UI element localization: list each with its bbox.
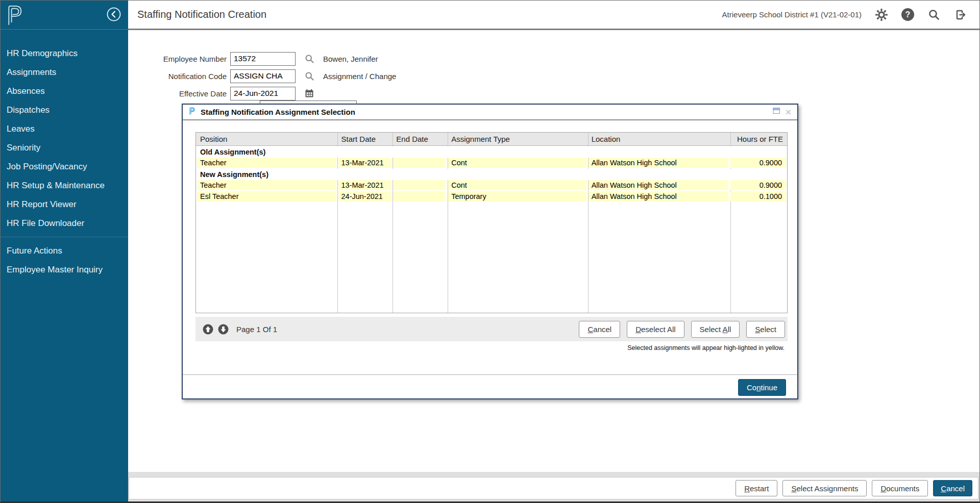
dialog-title: Staffing Notification Assignment Selecti…	[201, 108, 773, 116]
action-bar: Restart Select Assignments Documents Can…	[129, 477, 978, 499]
restart-button[interactable]: Restart	[736, 480, 777, 496]
powerschool-small-logo-icon	[189, 107, 195, 117]
sidebar-item-absences[interactable]: Absences	[1, 82, 128, 100]
pagination-bar: Page 1 Of 1 Cancel Deselect All Select A…	[195, 317, 788, 341]
sidebar-collapse-button[interactable]	[106, 7, 121, 24]
help-icon[interactable]	[901, 8, 914, 21]
sidebar-item-hr-demographics[interactable]: HR Demographics	[1, 44, 128, 63]
search-icon[interactable]	[927, 8, 941, 21]
column-header-assignment-type: Assignment Type	[447, 133, 587, 145]
close-icon[interactable]	[786, 109, 791, 116]
district-label: Atrieveerp School District #1 (V21-02-01…	[722, 10, 862, 19]
table-cell: Esl Teacher	[196, 191, 337, 202]
sidebar-item-future-actions[interactable]: Future Actions	[1, 241, 128, 260]
table-cell: 13-Mar-2021	[337, 158, 393, 168]
maximize-icon[interactable]	[773, 107, 780, 117]
notification-code-label: Notification Code	[128, 72, 230, 81]
table-group-header: New Assignment(s)	[196, 169, 787, 180]
table-cell: Cont	[447, 158, 587, 168]
bottom-region: Restart Select Assignments Documents Can…	[128, 472, 979, 501]
effective-date-label: Effective Date	[128, 89, 230, 98]
table-row[interactable]: Esl Teacher24-Jun-2021TemporaryAllan Wat…	[196, 191, 787, 202]
table-cell	[392, 191, 447, 202]
calendar-icon[interactable]	[304, 88, 314, 98]
assignment-table: Position Start Date End Date Assignment …	[195, 132, 788, 313]
dialog-footer: Continue	[183, 374, 797, 398]
column-header-hours-fte: Hours or FTE	[729, 133, 787, 145]
sidebar-item-employee-master-inquiry[interactable]: Employee Master Inquiry	[1, 260, 128, 279]
select-button[interactable]: Select	[746, 321, 785, 338]
sidebar-item-seniority[interactable]: Seniority	[1, 138, 128, 157]
table-cell: Teacher	[196, 158, 337, 168]
table-row[interactable]: Teacher13-Mar-2021ContAllan Watson High …	[196, 180, 787, 190]
notification-desc-label: Assignment / Change	[323, 72, 396, 81]
deselect-all-button[interactable]: Deselect All	[627, 321, 684, 338]
page-down-icon[interactable]	[218, 324, 229, 335]
table-cell: Allan Watson High School	[587, 158, 730, 168]
documents-button[interactable]: Documents	[872, 480, 928, 496]
sidebar-item-hr-setup[interactable]: HR Setup & Maintenance	[1, 176, 128, 195]
select-assignments-button[interactable]: Select Assignments	[782, 480, 867, 496]
table-cell: Allan Watson High School	[587, 180, 730, 190]
selection-hint: Selected assignments will appear high-li…	[627, 344, 785, 351]
page-up-icon[interactable]	[203, 324, 213, 335]
sidebar-item-assignments[interactable]: Assignments	[1, 63, 128, 82]
sidebar-item-job-posting[interactable]: Job Posting/Vacancy	[1, 157, 128, 176]
effective-date-input[interactable]	[230, 87, 296, 100]
employee-number-input[interactable]	[230, 52, 296, 66]
table-cell: Allan Watson High School	[587, 191, 730, 202]
table-cell: Temporary	[447, 191, 587, 202]
table-cell: 13-Mar-2021	[337, 180, 393, 190]
employee-search-icon[interactable]	[304, 54, 315, 64]
cancel-button[interactable]: Cancel	[579, 321, 620, 338]
column-header-start-date: Start Date	[337, 133, 393, 145]
header: Staffing Notification Creation Atrieveer…	[128, 1, 979, 30]
table-header-row: Position Start Date End Date Assignment …	[196, 133, 787, 146]
gear-icon[interactable]	[875, 8, 888, 21]
app-window: HR Demographics Assignments Absences Dis…	[0, 0, 980, 503]
table-cell: 24-Jun-2021	[337, 191, 393, 202]
table-cell: Cont	[447, 180, 587, 190]
cancel-workflow-button[interactable]: Cancel	[933, 480, 972, 496]
continue-button[interactable]: Continue	[738, 379, 786, 396]
sidebar-item-dispatches[interactable]: Dispatches	[1, 100, 128, 119]
sidebar-nav: HR Demographics Assignments Absences Dis…	[1, 30, 128, 279]
table-cell	[392, 180, 447, 190]
assignment-selection-dialog: Staffing Notification Assignment Selecti…	[182, 104, 798, 399]
page-title: Staffing Notification Creation	[137, 1, 266, 29]
select-all-button[interactable]: Select All	[691, 321, 740, 338]
dialog-titlebar: Staffing Notification Assignment Selecti…	[183, 105, 797, 120]
page-indicator: Page 1 Of 1	[236, 325, 277, 334]
column-header-end-date: End Date	[392, 133, 447, 145]
assignment-table-rows: Old Assignment(s)Teacher13-Mar-2021ContA…	[196, 146, 787, 203]
sidebar-header	[1, 1, 128, 30]
table-group-header: Old Assignment(s)	[196, 146, 787, 158]
sidebar-item-leaves[interactable]: Leaves	[1, 119, 128, 138]
column-header-position: Position	[196, 133, 337, 145]
sidebar-item-hr-report-viewer[interactable]: HR Report Viewer	[1, 195, 128, 214]
table-cell	[392, 158, 447, 168]
employee-name-label: Bowen, Jennifer	[323, 55, 378, 63]
table-cell: Teacher	[196, 180, 337, 190]
sidebar-divider	[1, 237, 128, 237]
notification-code-search-icon[interactable]	[304, 71, 315, 82]
notification-code-input[interactable]	[230, 69, 296, 83]
table-cell: 0.1000	[729, 191, 787, 202]
logout-icon[interactable]	[954, 8, 967, 21]
sidebar: HR Demographics Assignments Absences Dis…	[1, 1, 128, 501]
table-cell: 0.9000	[729, 180, 787, 190]
table-cell: 0.9000	[729, 158, 787, 168]
employee-number-label: Employee Number	[128, 55, 230, 63]
column-header-location: Location	[587, 133, 730, 145]
powerschool-logo-icon	[6, 5, 24, 28]
sidebar-item-hr-file-downloader[interactable]: HR File Downloader	[1, 214, 128, 233]
table-row[interactable]: Teacher13-Mar-2021ContAllan Watson High …	[196, 158, 787, 168]
